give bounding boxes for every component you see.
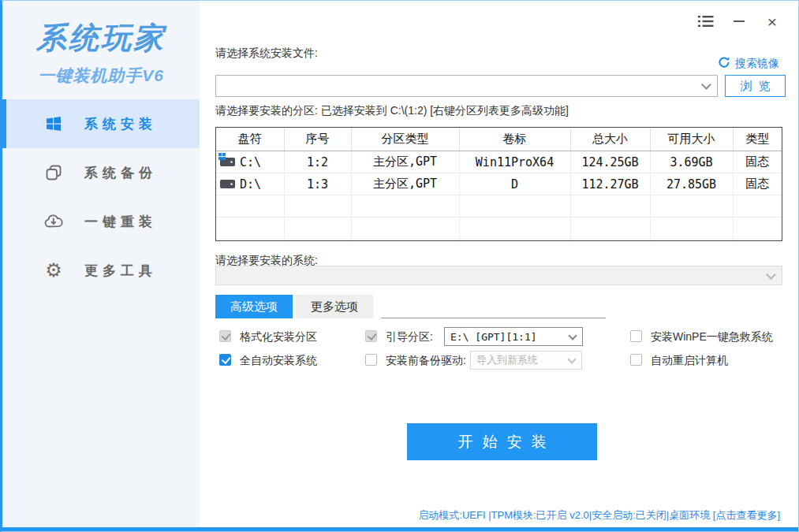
- winpe-label: 安装WinPE一键急救系统: [651, 330, 773, 344]
- install-file-select[interactable]: [215, 75, 718, 97]
- boot-partition-select-value: E:\ [GPT][1:1]: [450, 331, 537, 343]
- col-header-total-size: 总大小: [570, 128, 650, 151]
- options-row-2: 全自动安装系统 安装前备份驱动: 导入到新系统 自动重启计算机: [200, 351, 798, 371]
- cell-volume-label: Win11ProX64: [459, 151, 570, 173]
- chevron-down-icon: [567, 355, 576, 363]
- cell-index: 1:2: [284, 151, 351, 173]
- boot-partition-checkbox[interactable]: [365, 330, 377, 342]
- search-mirror-label: 搜索镜像: [735, 57, 779, 71]
- logo-subtitle: 一键装机助手V6: [2, 65, 200, 87]
- cell-drive: D:\: [240, 177, 261, 192]
- boot-partition-select[interactable]: E:\ [GPT][1:1]: [444, 327, 583, 346]
- cloud-reinstall-icon: [43, 211, 64, 232]
- format-partition-checkbox[interactable]: [219, 330, 231, 342]
- tab-advanced-options[interactable]: 高级选项: [215, 295, 293, 318]
- sidebar-item-label: 一键重装: [84, 213, 157, 231]
- sidebar: 系统玩家 一键装机助手V6 系统安装 系统备份: [2, 1, 200, 527]
- table-row-empty: [216, 218, 782, 240]
- cell-partition-type: 主分区,GPT: [351, 173, 459, 195]
- gear-icon: ⚙: [43, 260, 64, 281]
- app-logo: 系统玩家 一键装机助手V6: [2, 1, 200, 87]
- drive-icon: [220, 180, 235, 188]
- cell-free-size: 3.69GB: [650, 151, 733, 173]
- titlebar-controls: ×: [697, 13, 781, 29]
- backup-driver-checkbox[interactable]: [365, 354, 377, 366]
- sidebar-item-system-install[interactable]: 系统安装: [2, 99, 200, 148]
- auto-install-label: 全自动安装系统: [240, 354, 317, 368]
- sidebar-item-one-key-reinstall[interactable]: 一键重装: [2, 197, 200, 246]
- col-header-type: 类型: [733, 128, 782, 151]
- browse-button[interactable]: 浏览: [725, 75, 786, 97]
- tab-more-options[interactable]: 更多选项: [296, 295, 373, 318]
- cell-type: 固态: [733, 173, 782, 195]
- winpe-checkbox[interactable]: [630, 330, 642, 342]
- windows-icon: [43, 113, 64, 134]
- table-row-empty: [216, 240, 782, 242]
- backup-driver-select[interactable]: 导入到新系统: [470, 351, 582, 370]
- col-header-volume-label: 卷标: [459, 128, 570, 151]
- col-header-partition-type: 分区类型: [351, 128, 459, 151]
- sidebar-item-label: 系统备份: [84, 164, 157, 182]
- cell-index: 1:3: [284, 173, 351, 195]
- sidebar-item-label: 更多工具: [84, 262, 157, 280]
- tab-divider-line: [381, 318, 606, 318]
- table-header-row: 盘符 序号 分区类型 卷标 总大小 可用大小 类型: [216, 128, 782, 151]
- backup-driver-select-value: 导入到新系统: [476, 353, 538, 367]
- menu-list-icon[interactable]: [697, 13, 715, 29]
- search-mirror-link[interactable]: 搜索镜像: [718, 56, 779, 71]
- sidebar-item-more-tools[interactable]: ⚙ 更多工具: [2, 246, 200, 295]
- backup-driver-label: 安装前备份驱动:: [386, 354, 466, 368]
- cell-free-size: 27.85GB: [650, 173, 733, 195]
- cell-total-size: 124.25GB: [570, 151, 650, 173]
- cell-type: 固态: [733, 151, 782, 173]
- start-install-button[interactable]: 开始安装: [407, 423, 597, 460]
- sidebar-item-label: 系统安装: [84, 115, 157, 133]
- sidebar-nav: 系统安装 系统备份: [2, 99, 200, 295]
- backup-icon: [43, 162, 64, 183]
- partition-table[interactable]: 盘符 序号 分区类型 卷标 总大小 可用大小 类型: [215, 127, 782, 241]
- chevron-down-icon: [701, 80, 711, 90]
- status-bar[interactable]: 启动模式:UEFI |TPM模块:已开启 v2.0|安全启动:已关闭|桌面环境 …: [418, 508, 780, 523]
- table-row[interactable]: C:\ 1:2 主分区,GPT Win11ProX64 124.25GB 3.6…: [216, 151, 782, 173]
- main-panel: × 请选择系统安装文件: 搜索镜像 浏览 请选择要安装的分区: 已选择安装到 C…: [200, 1, 798, 527]
- chevron-down-icon: [568, 331, 577, 340]
- table-row[interactable]: D:\ 1:3 主分区,GPT D 112.27GB 27.85GB 固态: [216, 173, 782, 195]
- table-row-empty: [216, 195, 782, 218]
- minimize-icon[interactable]: [730, 13, 748, 29]
- options-row-1: 格式化安装分区 引导分区: E:\ [GPT][1:1] 安装WinPE一键急救…: [200, 327, 798, 348]
- boot-partition-label: 引导分区:: [386, 330, 433, 344]
- cell-drive: C:\: [240, 155, 261, 169]
- col-header-free-size: 可用大小: [650, 128, 733, 151]
- col-header-index: 序号: [284, 128, 351, 151]
- cell-total-size: 112.27GB: [570, 173, 650, 195]
- auto-restart-checkbox[interactable]: [630, 354, 642, 366]
- auto-restart-label: 自动重启计算机: [651, 354, 728, 368]
- system-drive-icon: [220, 158, 235, 166]
- chevron-down-icon: [766, 270, 776, 280]
- col-header-drive: 盘符: [216, 128, 284, 151]
- cell-partition-type: 主分区,GPT: [351, 151, 459, 173]
- sidebar-item-system-backup[interactable]: 系统备份: [2, 148, 200, 197]
- app-window: 系统玩家 一键装机助手V6 系统安装 系统备份: [0, 0, 799, 532]
- cell-volume-label: D: [459, 173, 570, 195]
- refresh-icon: [718, 56, 730, 71]
- close-icon[interactable]: ×: [764, 13, 781, 29]
- window-bottom-accent-bar: [2, 527, 798, 531]
- file-select-label: 请选择系统安装文件:: [215, 47, 318, 61]
- windows-flag-icon: [218, 153, 226, 160]
- format-partition-label: 格式化安装分区: [240, 330, 317, 344]
- auto-install-checkbox[interactable]: [219, 354, 231, 366]
- partition-select-label: 请选择要安装的分区: 已选择安装到 C:\(1:2) [右键分区列表更多高级功能…: [215, 104, 569, 118]
- system-select[interactable]: [215, 266, 782, 285]
- logo-title: 系统玩家: [2, 18, 200, 58]
